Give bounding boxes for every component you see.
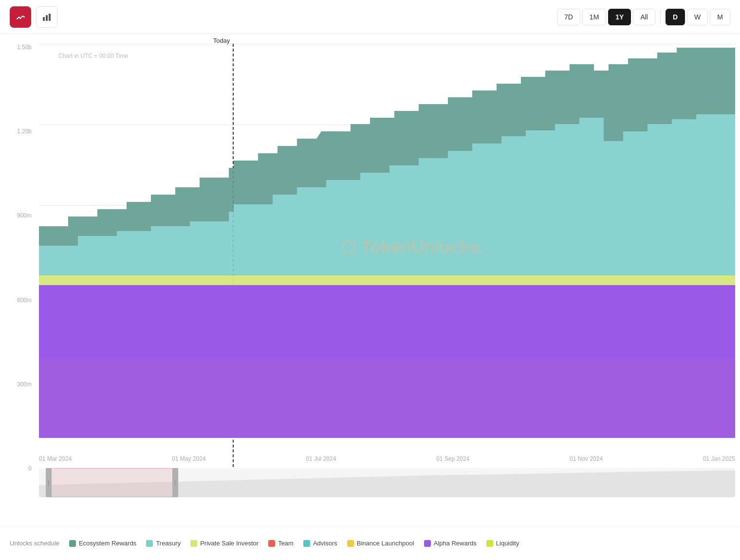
- y-label-600: 600m: [17, 297, 32, 304]
- binance-launchpool-label: Binance Launchpool: [357, 540, 414, 547]
- y-label-120: 1.20b: [17, 128, 32, 135]
- y-label-300: 300m: [17, 381, 32, 388]
- alpha-rewards-dot: [424, 540, 431, 547]
- treasury-dot: [146, 540, 153, 547]
- range-left-handle[interactable]: │: [46, 468, 52, 497]
- x-axis: 01 Mar 2024 01 May 2024 01 Jul 2024 01 S…: [39, 455, 735, 462]
- x-label-jan: 01 Jan 2025: [703, 455, 735, 462]
- bar-chart-icon-button[interactable]: [36, 6, 57, 28]
- range-selector: │ │: [39, 468, 735, 497]
- x-label-may: 01 May 2024: [172, 455, 205, 462]
- liquidity-label: Liquidity: [496, 540, 519, 547]
- w-view-button[interactable]: W: [687, 9, 708, 25]
- legend-ecosystem-rewards: Ecosystem Rewards: [69, 540, 136, 547]
- legend: Unlocks schedule Ecosystem Rewards Treas…: [0, 526, 740, 560]
- x-label-sep: 01 Sep 2024: [436, 455, 469, 462]
- grid-line-6: [39, 438, 735, 438]
- header: 7D 1M 1Y All D W M: [0, 0, 740, 34]
- 1m-button[interactable]: 1M: [582, 9, 606, 25]
- team-label: Team: [278, 540, 294, 547]
- svg-rect-0: [43, 17, 45, 21]
- chart-icon-button[interactable]: [10, 6, 31, 28]
- header-left: [10, 6, 57, 28]
- advisors-label: Advisors: [313, 540, 337, 547]
- 1y-button[interactable]: 1Y: [608, 9, 631, 25]
- x-label-nov: 01 Nov 2024: [570, 455, 603, 462]
- watermark-svg: ⬡ TokenUnlocks.: [341, 237, 484, 257]
- main-chart-svg: ⬡ TokenUnlocks.: [39, 44, 735, 438]
- private-sale-area: [39, 275, 735, 285]
- y-label-150: 1.50b: [17, 44, 32, 51]
- legend-alpha-rewards: Alpha Rewards: [424, 540, 477, 547]
- legend-treasury: Treasury: [146, 540, 181, 547]
- alpha-rewards-label: Alpha Rewards: [434, 540, 477, 547]
- legend-private-sale: Private Sale Investor: [190, 540, 259, 547]
- binance-launchpool-dot: [347, 540, 354, 547]
- header-right: 7D 1M 1Y All D W M: [557, 9, 730, 25]
- advisors-dot: [303, 540, 310, 547]
- svg-rect-2: [49, 14, 51, 21]
- ecosystem-rewards-dot: [69, 540, 76, 547]
- legend-binance-launchpool: Binance Launchpool: [347, 540, 414, 547]
- legend-advisors: Advisors: [303, 540, 337, 547]
- team-dot: [268, 540, 275, 547]
- divider: [660, 10, 661, 24]
- svg-rect-1: [46, 15, 48, 21]
- 7d-button[interactable]: 7D: [557, 9, 580, 25]
- d-view-button[interactable]: D: [666, 9, 685, 25]
- range-selected: [49, 468, 175, 497]
- y-label-900: 900m: [17, 212, 32, 219]
- liquidity-dot: [486, 540, 493, 547]
- range-right-handle[interactable]: │: [172, 468, 178, 497]
- treasury-label: Treasury: [156, 540, 181, 547]
- y-axis: 1.50b 1.20b 900m 600m 300m 0: [0, 44, 37, 472]
- unlocks-schedule-label: Unlocks schedule: [10, 540, 59, 547]
- legend-liquidity: Liquidity: [486, 540, 519, 547]
- x-label-mar: 01 Mar 2024: [39, 455, 72, 462]
- chart-container: 1.50b 1.20b 900m 600m 300m 0 Chart in UT…: [0, 34, 740, 501]
- private-sale-dot: [190, 540, 197, 547]
- all-button[interactable]: All: [633, 9, 655, 25]
- alpha-rewards-area-solid: [39, 285, 735, 359]
- private-sale-label: Private Sale Investor: [200, 540, 259, 547]
- today-label: Today: [213, 37, 230, 44]
- x-label-jul: 01 Jul 2024: [306, 455, 336, 462]
- ecosystem-rewards-label: Ecosystem Rewards: [79, 540, 136, 547]
- legend-team: Team: [268, 540, 294, 547]
- y-label-0: 0: [28, 465, 32, 472]
- m-view-button[interactable]: M: [710, 9, 730, 25]
